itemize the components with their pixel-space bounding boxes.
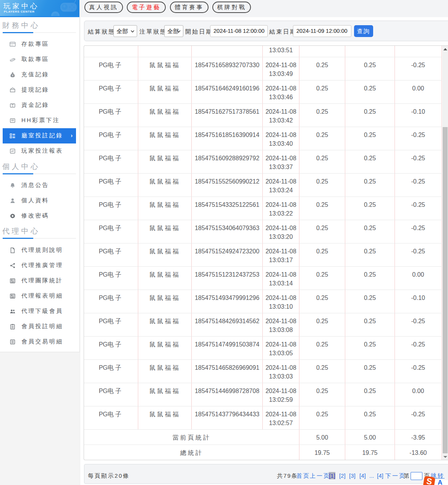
svg-text:S: S [426,476,433,485]
svg-text:¥: ¥ [12,74,13,77]
svg-text:¥: ¥ [12,105,13,107]
